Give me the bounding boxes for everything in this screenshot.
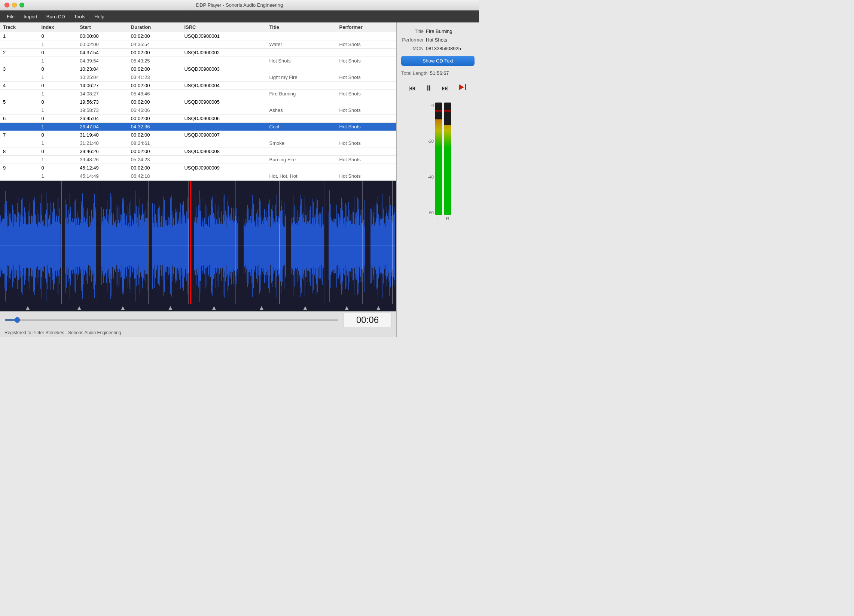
table-cell: 00:00:00 <box>77 32 128 40</box>
table-cell: 08:24:61 <box>128 139 181 148</box>
table-cell: 1 <box>38 57 77 65</box>
vu-scale-40: -40 <box>425 175 434 179</box>
menu-help[interactable]: Help <box>91 12 108 21</box>
col-start: Start <box>77 23 128 32</box>
mcn-label: MCN <box>401 46 424 51</box>
table-row[interactable]: 126:47:0404:32:36CoolHot Shots <box>0 123 396 131</box>
table-cell: 5 <box>0 98 38 106</box>
play-to-end-icon <box>458 84 467 91</box>
table-cell <box>336 114 396 123</box>
playback-bar: 00:06 <box>0 311 396 328</box>
show-cd-text-button[interactable]: Show CD Text <box>401 56 474 66</box>
vu-channel-left: L <box>435 102 442 221</box>
pause-button[interactable]: ⏸ <box>424 83 434 93</box>
play-to-end-button[interactable] <box>457 82 468 93</box>
col-isrc: ISRC <box>181 23 266 32</box>
table-cell: 0 <box>38 164 77 172</box>
col-duration: Duration <box>128 23 181 32</box>
table-cell <box>0 123 38 131</box>
table-cell <box>0 40 38 49</box>
right-panel: Title Fire Burning Performer Hot Shots M… <box>396 23 479 337</box>
table-cell: 14:08:27 <box>77 90 128 98</box>
table-row[interactable]: 145:14:4906:42:18Hot, Hot, HotHot Shots <box>0 172 396 180</box>
fast-forward-button[interactable]: ⏭ <box>440 83 451 93</box>
table-cell <box>336 164 396 172</box>
rewind-button[interactable]: ⏮ <box>407 83 418 93</box>
table-cell: 3 <box>0 65 38 73</box>
track-table: Track Index Start Duration ISRC Title Pe… <box>0 23 396 181</box>
table-row[interactable]: 9045:12:4900:02:00USQDJ0900009 <box>0 164 396 172</box>
minimize-button[interactable] <box>12 3 17 8</box>
col-performer: Performer <box>336 23 396 32</box>
table-cell <box>267 148 336 156</box>
table-row[interactable]: 2004:37:5400:02:00USQDJ0900002 <box>0 49 396 57</box>
table-cell: USQDJ0900008 <box>181 148 266 156</box>
menu-tools[interactable]: Tools <box>70 12 89 21</box>
close-button[interactable] <box>5 3 9 8</box>
table-cell: 04:39:54 <box>77 57 128 65</box>
left-panel: Track Index Start Duration ISRC Title Pe… <box>0 23 396 337</box>
col-title: Title <box>267 23 336 32</box>
playhead <box>190 181 191 304</box>
table-header-row: Track Index Start Duration ISRC Title Pe… <box>0 23 396 32</box>
table-cell: 04:35:54 <box>128 40 181 49</box>
maximize-button[interactable] <box>20 3 24 8</box>
table-cell: 1 <box>38 156 77 164</box>
table-cell <box>181 57 266 65</box>
table-cell: 04:37:54 <box>77 49 128 57</box>
table-row[interactable]: 6026:45:0400:02:00USQDJ0900006 <box>0 114 396 123</box>
menu-burn-cd[interactable]: Burn CD <box>43 12 69 21</box>
window-controls[interactable] <box>5 3 24 8</box>
table-row[interactable]: 139:48:2605:24:23Burning FireHot Shots <box>0 156 396 164</box>
table-row[interactable]: 5019:56:7300:02:00USQDJ0900005 <box>0 98 396 106</box>
waveform-canvas <box>0 181 396 311</box>
info-total-length-row: Total Length 51:56:67 <box>401 70 474 76</box>
menu-import[interactable]: Import <box>20 12 41 21</box>
table-cell <box>0 172 38 180</box>
vu-scale-0: 0 <box>425 103 434 108</box>
table-row[interactable]: 131:21:4008:24:61SmokeHot Shots <box>0 139 396 148</box>
table-row[interactable]: 7031:19:4000:02:00USQDJ0900007 <box>0 131 396 139</box>
table-cell <box>336 98 396 106</box>
total-length-value: 51:56:67 <box>430 70 449 76</box>
svg-marker-0 <box>459 84 464 90</box>
table-cell: 45:12:49 <box>77 164 128 172</box>
table-cell: 31:21:40 <box>77 139 128 148</box>
menu-file[interactable]: File <box>3 12 18 21</box>
table-cell <box>181 40 266 49</box>
table-cell: 00:02:00 <box>128 148 181 156</box>
table-cell: Hot Shots <box>336 106 396 114</box>
table-cell: USQDJ0900006 <box>181 114 266 123</box>
performer-label: Performer <box>401 37 424 43</box>
table-row[interactable]: 119:58:7306:46:06AshesHot Shots <box>0 106 396 114</box>
table-cell <box>181 156 266 164</box>
table-cell <box>267 82 336 90</box>
table-row[interactable]: 4014:06:2700:02:00USQDJ0900004 <box>0 82 396 90</box>
progress-slider[interactable] <box>5 319 339 321</box>
table-cell <box>0 156 38 164</box>
table-cell: 03:41:23 <box>128 73 181 82</box>
table-cell: 04:32:36 <box>128 123 181 131</box>
table-cell <box>336 131 396 139</box>
table-cell: 00:02:00 <box>128 49 181 57</box>
table-cell: 1 <box>38 123 77 131</box>
vu-scale-60: -60 <box>425 210 434 215</box>
info-title-row: Title Fire Burning <box>401 29 474 34</box>
menubar: File Import Burn CD Tools Help <box>0 11 479 23</box>
table-cell: 19:56:73 <box>77 98 128 106</box>
table-row[interactable]: 114:08:2705:48:46Fire BurningHot Shots <box>0 90 396 98</box>
table-row[interactable]: 1000:00:0000:02:00USQDJ0900001 <box>0 32 396 40</box>
table-row[interactable]: 100:02:0004:35:54WaterHot Shots <box>0 40 396 49</box>
table-cell: Fire Burning <box>267 90 336 98</box>
table-row[interactable]: 104:39:5405:43:25Hot ShotsHot Shots <box>0 57 396 65</box>
table-cell <box>181 90 266 98</box>
table-row[interactable]: 8039:46:2600:02:00USQDJ0900008 <box>0 148 396 156</box>
vu-channel-right: R <box>444 102 451 221</box>
table-row[interactable]: 3010:23:0400:02:00USQDJ0900003 <box>0 65 396 73</box>
table-cell: 1 <box>38 73 77 82</box>
waveform-display[interactable] <box>0 181 396 311</box>
table-row[interactable]: 110:25:0403:41:23Light my FireHot Shots <box>0 73 396 82</box>
table-cell <box>0 106 38 114</box>
table-cell <box>336 82 396 90</box>
status-text: Registered to Pieter Stenekes - Sonoris … <box>5 330 121 335</box>
